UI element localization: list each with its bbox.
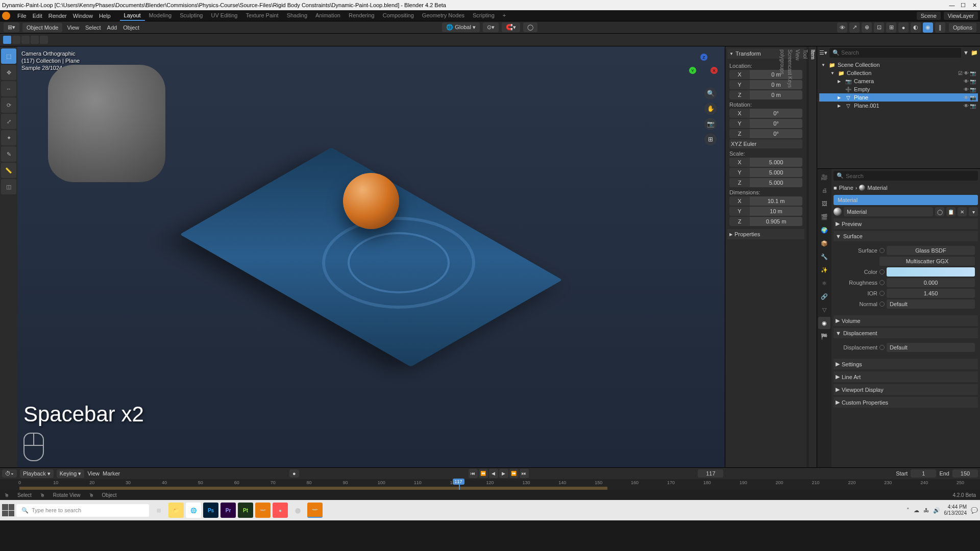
npanel-tab-item[interactable]: Item [809, 46, 817, 467]
maximize-button[interactable]: ☐ [960, 2, 967, 9]
timeline-editor-type[interactable]: ⏱▾ [2, 469, 17, 478]
shading-wireframe[interactable]: ⊞ [886, 22, 896, 33]
zoom-icon[interactable]: 🔍 [704, 87, 717, 99]
eye-icon[interactable]: 👁 [964, 87, 969, 92]
proptab-material[interactable]: ◉ [818, 317, 830, 329]
proptab-physics[interactable]: ⚛ [818, 277, 830, 289]
jump-to-keyframe-prev[interactable]: ⏪ [479, 469, 488, 478]
material-preview-icon[interactable] [834, 208, 842, 216]
tool-move[interactable]: ↔ [1, 81, 16, 96]
color-socket[interactable] [879, 269, 885, 274]
ior-value[interactable]: 1.450 [887, 289, 975, 298]
gizmo-z-axis[interactable]: Z [700, 54, 707, 61]
outliner-search[interactable]: 🔍 Search [829, 48, 961, 58]
proptab-texture[interactable]: 🏁 [818, 330, 830, 342]
header-menu-object[interactable]: Object [120, 24, 142, 31]
auto-key-toggle[interactable]: ● [289, 469, 299, 478]
mode-selector[interactable]: Object Mode [22, 23, 62, 32]
breadcrumb-object[interactable]: Plane [839, 185, 853, 191]
volume-section-header[interactable]: ▶Volume [834, 315, 978, 326]
tray-chevron-icon[interactable]: ˄ [906, 507, 910, 514]
tray-volume-icon[interactable]: 🔊 [933, 507, 940, 514]
surface-shader-value[interactable]: Glass BSDF [887, 246, 975, 255]
shading-solid[interactable]: ● [898, 22, 909, 33]
proptab-modifiers[interactable]: 🔧 [818, 251, 830, 263]
eye-icon[interactable]: 👁 [964, 70, 969, 76]
menu-edit[interactable]: Edit [30, 13, 45, 19]
tray-onedrive-icon[interactable]: ☁ [914, 507, 919, 514]
proptab-scene[interactable]: 🎬 [818, 211, 830, 223]
workspace-tab-sculpting[interactable]: Sculpting [176, 11, 207, 21]
workspace-tab-texture-paint[interactable]: Texture Paint [241, 11, 282, 21]
tree-plane[interactable]: ▶▽Plane👁📷 [819, 93, 978, 102]
lineart-section-header[interactable]: ▶Line Art [834, 371, 978, 382]
overlay-toggle[interactable]: ⊕ [862, 22, 872, 33]
camera-icon[interactable]: 📷 [970, 70, 976, 76]
material-slot[interactable]: Material [834, 195, 978, 205]
play-reverse[interactable]: ◀ [489, 469, 498, 478]
header-menu-view[interactable]: View [64, 24, 82, 31]
proportional-editing[interactable]: ◯ [523, 22, 537, 32]
normal-value[interactable]: Default [887, 299, 975, 309]
editor-type-selector[interactable]: ⊞▾ [4, 22, 19, 32]
tree-collection[interactable]: ▼📁Collection☑👁📷 [819, 69, 978, 77]
taskview-icon[interactable]: ⊞ [151, 503, 166, 518]
eye-icon[interactable]: 👁 [964, 95, 969, 101]
proptab-output[interactable]: 🖨 [818, 184, 830, 196]
tool-add-cube[interactable]: ◫ [1, 179, 16, 194]
timeline-keying[interactable]: Keying ▾ [57, 469, 85, 478]
select-mode-invert[interactable] [31, 36, 39, 44]
npanel-tab-screencast[interactable]: Screencast Keys [786, 46, 794, 467]
displacement-section-header[interactable]: ▼Displacement [834, 328, 978, 338]
material-nodes-dropdown[interactable]: ▾ [969, 207, 978, 216]
proptab-world[interactable]: 🌍 [818, 224, 830, 236]
minimize-button[interactable]: — [948, 2, 955, 9]
proptab-object[interactable]: 📦 [818, 237, 830, 249]
pivot-point[interactable]: ⊙▾ [483, 22, 499, 32]
surface-socket[interactable] [879, 248, 885, 253]
eye-icon[interactable]: 👁 [964, 103, 969, 109]
select-mode-set[interactable] [3, 36, 11, 44]
tool-cursor[interactable]: ✥ [1, 65, 16, 80]
workspace-tab-animation[interactable]: Animation [311, 11, 345, 21]
substance-painter-icon[interactable]: Pt [238, 503, 253, 518]
npanel-tab-view[interactable]: View [794, 46, 801, 467]
playhead[interactable]: 117 [459, 479, 460, 490]
start-frame-field[interactable]: 1 [911, 469, 936, 478]
gizmo-toggle[interactable]: ↗ [849, 22, 860, 33]
proptab-data[interactable]: ▽ [818, 304, 830, 316]
menu-render[interactable]: Render [45, 13, 70, 19]
workspace-tab-add[interactable]: + [499, 11, 510, 21]
premiere-icon[interactable]: Pr [220, 503, 236, 518]
shading-rendered[interactable]: ◉ [923, 22, 933, 33]
chrome-icon[interactable]: 🌐 [186, 503, 201, 518]
start-button[interactable] [2, 504, 14, 516]
menu-file[interactable]: File [14, 13, 30, 19]
proptab-constraints[interactable]: 🔗 [818, 290, 830, 303]
perspective-toggle-icon[interactable]: ⊞ [704, 133, 717, 145]
tree-empty[interactable]: ➕Empty👁📷 [819, 85, 978, 93]
viewport-display-section-header[interactable]: ▶Viewport Display [834, 384, 978, 395]
shading-material[interactable]: ◐ [911, 22, 921, 33]
3d-viewport[interactable]: Camera Orthographic (117) Collection | P… [17, 46, 725, 467]
workspace-tab-rendering[interactable]: Rendering [345, 11, 379, 21]
select-mode-intersect[interactable] [40, 36, 48, 44]
jump-to-start[interactable]: ⏮ [469, 469, 478, 478]
tool-transform[interactable]: ✦ [1, 130, 16, 145]
blender-taskbar-icon[interactable]: 〰 [255, 503, 271, 518]
menu-window[interactable]: Window [70, 13, 96, 19]
tree-plane-001[interactable]: ▶▽Plane.001👁📷 [819, 102, 978, 110]
header-menu-add[interactable]: Add [104, 24, 120, 31]
tool-annotate[interactable]: ✎ [1, 146, 16, 162]
select-mode-subtract[interactable] [21, 36, 30, 44]
end-frame-field[interactable]: 150 [952, 469, 978, 478]
system-clock[interactable]: 4:44 PM 6/13/2024 [944, 504, 967, 516]
pan-icon[interactable]: ✋ [704, 103, 717, 115]
breadcrumb-material[interactable]: Material [867, 185, 887, 191]
options-dropdown[interactable]: Options [949, 23, 976, 32]
outliner-new-collection[interactable]: 📁 [971, 49, 978, 56]
tray-network-icon[interactable]: 🖧 [923, 507, 929, 513]
camera-icon[interactable]: 📷 [970, 95, 976, 101]
proptab-render[interactable]: 🎥 [818, 171, 830, 183]
gizmo-y-axis[interactable]: Y [689, 67, 696, 74]
